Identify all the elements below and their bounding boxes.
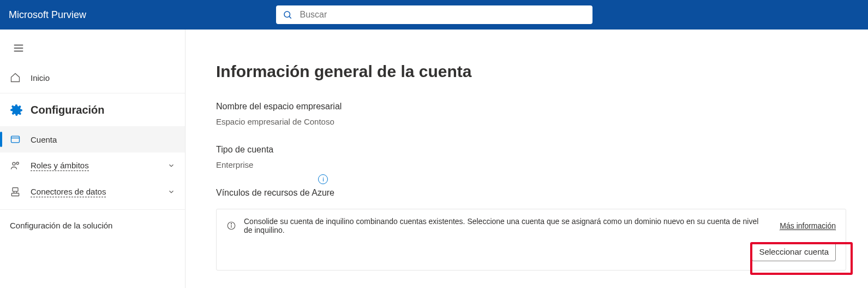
sidebar-item-solution-config[interactable]: Configuración de la solución (0, 209, 185, 241)
connectors-icon (10, 186, 21, 197)
tenant-name-field: Nombre del espacio empresarial Espacio e… (216, 102, 846, 126)
account-icon (10, 134, 21, 145)
sidebar-item-label: Inicio (31, 73, 50, 83)
azure-links-label: Vínculos de recursos de Azure (216, 188, 334, 198)
search-icon (283, 10, 292, 20)
search-box[interactable] (276, 5, 592, 24)
sidebar-item-label: Configuración (31, 104, 105, 116)
info-banner-text: Consolide su cuenta de inquilino combina… (244, 217, 759, 234)
page-title: Información general de la cuenta (216, 62, 846, 81)
hamburger-button[interactable] (8, 37, 29, 59)
svg-point-8 (13, 162, 15, 165)
svg-rect-6 (11, 136, 20, 143)
learn-more-link[interactable]: Más información (780, 221, 836, 231)
sidebar-item-label: Configuración de la solución (10, 221, 112, 230)
sidebar-section-settings[interactable]: Configuración (0, 93, 185, 126)
svg-point-0 (284, 11, 290, 17)
sidebar-item-account[interactable]: Cuenta (0, 126, 185, 152)
hamburger-icon (13, 42, 25, 54)
search-input[interactable] (300, 10, 586, 20)
svg-rect-13 (11, 193, 19, 196)
chevron-down-icon (167, 188, 175, 196)
account-type-value: Enterprise (216, 160, 846, 169)
tenant-name-value: Espacio empresarial de Contoso (216, 117, 846, 126)
svg-point-16 (231, 224, 231, 224)
sidebar-item-connectors[interactable]: Conectores de datos (0, 179, 185, 205)
home-icon (10, 72, 21, 83)
svg-point-9 (16, 162, 19, 164)
roles-icon (10, 160, 21, 171)
sidebar-item-label: Conectores de datos (31, 187, 106, 197)
sidebar-item-label: Cuenta (31, 135, 57, 144)
sidebar-item-home[interactable]: Inicio (0, 62, 185, 93)
info-banner: Consolide su cuenta de inquilino combina… (216, 209, 846, 271)
app-header: Microsoft Purview (0, 0, 868, 30)
main-content: Información general de la cuenta Nombre … (185, 30, 868, 288)
svg-rect-10 (13, 188, 18, 192)
gear-icon (10, 103, 23, 116)
info-icon[interactable]: i (318, 174, 328, 184)
sidebar: Inicio Configuración Cuenta Roles y ámbi… (0, 30, 185, 288)
account-type-field: Tipo de cuenta Enterprise (216, 145, 846, 169)
account-type-label: Tipo de cuenta (216, 145, 846, 155)
select-account-button[interactable]: Seleccionar cuenta (752, 242, 836, 261)
svg-line-1 (289, 16, 291, 18)
chevron-down-icon (167, 162, 175, 169)
app-title: Microsoft Purview (9, 9, 86, 21)
tenant-name-label: Nombre del espacio empresarial (216, 102, 846, 111)
sidebar-item-roles[interactable]: Roles y ámbitos (0, 152, 185, 179)
info-icon (226, 221, 236, 231)
sidebar-item-label: Roles y ámbitos (31, 161, 89, 171)
